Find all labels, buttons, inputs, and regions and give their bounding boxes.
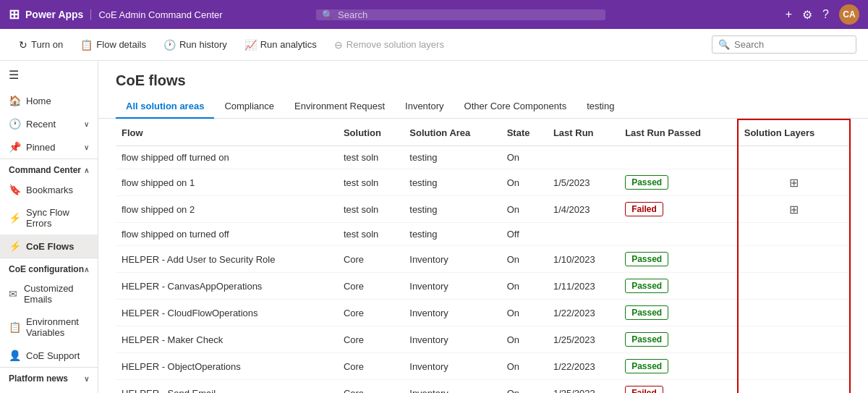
tab-testing[interactable]: testing (576, 95, 624, 119)
cell-last-run: 1/5/2023 (548, 169, 619, 196)
cell-solution: test soln (338, 146, 404, 169)
status-badge: Passed (625, 175, 668, 190)
tab-inventory[interactable]: Inventory (395, 95, 454, 119)
table-row: flow shipped on 1 test soln testing On 1… (116, 169, 850, 196)
sidebar: ☰ 🏠 Home 🕐 Recent ∨ 📌 Pinned ∨ Command C… (0, 61, 98, 393)
cell-solution: Core (338, 300, 404, 326)
run-analytics-label: Run analytics (260, 39, 317, 50)
cell-layers: ⊞ (738, 196, 850, 223)
turn-on-label: Turn on (31, 39, 63, 50)
recent-icon: 🕐 (9, 118, 20, 130)
command-bar: ↻ Turn on 📋 Flow details 🕐 Run history 📈… (0, 29, 868, 61)
table-search-input[interactable] (734, 39, 850, 50)
remove-layers-label: Remove solution layers (346, 39, 444, 50)
table-row: flow shipped off turned on test soln tes… (116, 146, 850, 169)
run-history-button[interactable]: 🕐 Run history (156, 35, 234, 55)
cell-last-run: 1/10/2023 (548, 246, 619, 273)
sidebar-item-coe-support[interactable]: 👤 CoE Support (0, 344, 98, 367)
sidebar-toggle[interactable]: ☰ (0, 61, 98, 89)
sidebar-item-pinned[interactable]: 📌 Pinned ∨ (0, 135, 98, 159)
cell-last-run: 1/25/2023 (548, 380, 619, 394)
cell-layers (738, 300, 850, 326)
global-search-input[interactable] (338, 9, 600, 20)
sidebar-item-home[interactable]: 🏠 Home (0, 89, 98, 112)
cell-solution: Core (338, 380, 404, 394)
cell-passed (619, 146, 738, 169)
col-solution: Solution (338, 119, 404, 146)
layer-icon[interactable]: ⊞ (789, 177, 799, 189)
search-icon: 🔍 (322, 9, 333, 20)
remove-layers-button[interactable]: ⊖ Remove solution layers (327, 35, 451, 55)
sidebar-pinned-label: Pinned (26, 142, 55, 153)
remove-layers-icon: ⊖ (334, 39, 343, 51)
status-badge: Passed (625, 252, 668, 266)
cell-solution: test soln (338, 169, 404, 196)
support-icon: 👤 (9, 350, 20, 361)
email-icon: ✉ (9, 288, 18, 300)
cell-state: On (501, 273, 548, 300)
run-history-label: Run history (179, 39, 227, 50)
tab-all[interactable]: All solution areas (116, 95, 214, 119)
add-icon[interactable]: + (786, 8, 792, 21)
flow-details-label: Flow details (96, 39, 146, 50)
cell-flow: HELPER - Add User to Security Role (116, 246, 338, 273)
sidebar-item-recent[interactable]: 🕐 Recent ∨ (0, 112, 98, 135)
table-row: flow shipped on 2 test soln testing On 1… (116, 196, 850, 223)
cell-last-run (548, 146, 619, 169)
cell-last-run: 1/11/2023 (548, 273, 619, 300)
section-platform-news: Platform news ∨ (0, 367, 98, 386)
cell-flow: HELPER - Maker Check (116, 326, 338, 353)
cell-solution: Core (338, 246, 404, 273)
cell-area: testing (404, 169, 501, 196)
config-chevron: ∧ (84, 266, 89, 274)
flow-details-button[interactable]: 📋 Flow details (73, 35, 153, 55)
sidebar-item-bookmarks[interactable]: 🔖 Bookmarks (0, 178, 98, 201)
news-chevron: ∨ (84, 375, 89, 383)
table-row: flow shipped on turned off test soln tes… (116, 223, 850, 246)
sidebar-item-coe-flows[interactable]: ⚡ CoE Flows (0, 234, 98, 258)
cc-section-label: Command Center (9, 165, 81, 175)
env-icon: 📋 (9, 321, 20, 333)
tab-compliance[interactable]: Compliance (214, 95, 284, 119)
status-badge: Failed (625, 202, 663, 216)
turn-on-button[interactable]: ↻ Turn on (12, 35, 70, 55)
sidebar-item-env-variables[interactable]: 📋 Environment Variables (0, 310, 98, 344)
sidebar-recent-label: Recent (26, 119, 56, 130)
avatar[interactable]: CA (839, 4, 859, 25)
sidebar-item-customized-emails[interactable]: ✉ Customized Emails (0, 277, 98, 310)
cell-last-run: 1/25/2023 (548, 326, 619, 353)
help-icon[interactable]: ? (822, 8, 829, 21)
run-history-icon: 🕐 (163, 39, 176, 51)
status-badge: Passed (625, 279, 668, 293)
tab-other-core[interactable]: Other Core Components (454, 95, 577, 119)
run-analytics-button[interactable]: 📈 Run analytics (237, 35, 324, 55)
global-search[interactable]: 🔍 (316, 9, 605, 20)
cell-area: Inventory (404, 326, 501, 353)
env-variables-label: Environment Variables (26, 316, 89, 338)
settings-icon[interactable]: ⚙ (802, 8, 812, 22)
cell-area: testing (404, 196, 501, 223)
main-content: CoE flows All solution areas Compliance … (98, 61, 868, 393)
bookmarks-icon: 🔖 (9, 184, 20, 195)
cell-flow: HELPER - CanvasAppOperations (116, 273, 338, 300)
cell-flow: flow shipped on 1 (116, 169, 338, 196)
cell-layers (738, 326, 850, 353)
cell-last-run (548, 223, 619, 246)
grid-icon: ⊞ (9, 7, 20, 22)
layer-icon[interactable]: ⊞ (789, 203, 799, 216)
bookmarks-label: Bookmarks (26, 185, 73, 195)
cell-state: On (501, 146, 548, 169)
sidebar-home-label: Home (26, 96, 51, 106)
table-search[interactable]: 🔍 (712, 35, 856, 54)
cell-passed: Failed (619, 380, 738, 394)
app-name: Power Apps (25, 9, 83, 20)
coe-support-label: CoE Support (26, 350, 80, 361)
tab-env-request[interactable]: Environment Request (284, 95, 395, 119)
cell-state: On (501, 300, 548, 326)
turn-on-icon: ↻ (19, 39, 27, 51)
cell-layers (738, 380, 850, 394)
recent-chevron: ∨ (84, 120, 89, 128)
cell-layers (738, 353, 850, 380)
sidebar-item-sync-flow-errors[interactable]: ⚡ Sync Flow Errors (0, 201, 98, 234)
pinned-chevron: ∨ (84, 143, 89, 151)
